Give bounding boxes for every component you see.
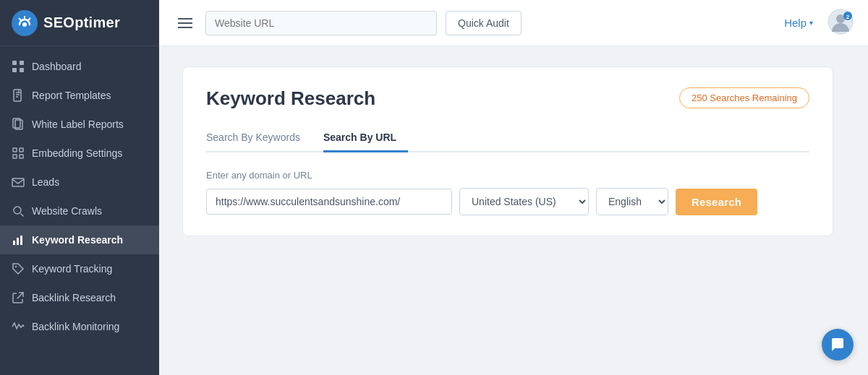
search-form: Enter any domain or URL United States (U… — [206, 170, 809, 215]
sidebar-item-label: White Label Reports — [32, 118, 124, 130]
domain-url-input[interactable] — [206, 189, 452, 215]
searches-remaining-badge: 250 Searches Remaining — [679, 87, 809, 108]
file-icon — [12, 89, 25, 102]
svg-rect-10 — [20, 148, 23, 152]
sidebar-item-label: Keyword Research — [32, 234, 123, 246]
sidebar-item-label: Keyword Tracking — [32, 263, 112, 275]
svg-rect-13 — [12, 178, 24, 186]
external-link-icon — [12, 291, 25, 304]
sidebar-item-leads[interactable]: Leads — [0, 168, 159, 197]
logo-icon — [12, 10, 38, 36]
language-select[interactable]: English Spanish French German — [596, 188, 668, 215]
svg-point-18 — [15, 266, 17, 267]
website-url-input[interactable] — [205, 11, 437, 35]
sidebar-item-white-label-reports[interactable]: White Label Reports — [0, 110, 159, 139]
envelope-icon — [12, 176, 25, 189]
user-avatar-button[interactable]: 2 — [827, 9, 854, 37]
tab-search-by-keywords[interactable]: Search By Keywords — [206, 124, 312, 152]
quick-audit-button[interactable]: Quick Audit — [446, 11, 522, 35]
sidebar-item-backlink-monitoring[interactable]: Backlink Monitoring — [0, 312, 159, 341]
page-header: Keyword Research 250 Searches Remaining — [206, 87, 809, 110]
svg-rect-12 — [20, 155, 23, 158]
sidebar-item-label: Backlink Monitoring — [32, 321, 119, 332]
sidebar-item-embedding-settings[interactable]: Embedding Settings — [0, 139, 159, 168]
sidebar-item-keyword-tracking[interactable]: Keyword Tracking — [0, 254, 159, 283]
sidebar-item-report-templates[interactable]: Report Templates — [0, 81, 159, 110]
activity-icon — [12, 320, 25, 333]
page-title: Keyword Research — [206, 87, 375, 110]
sidebar-item-label: Report Templates — [32, 90, 111, 101]
copy-icon — [12, 118, 25, 131]
sidebar-item-label: Website Crawls — [32, 205, 102, 217]
url-input-wrapper — [205, 11, 437, 35]
content-card: Keyword Research 250 Searches Remaining … — [182, 66, 833, 236]
country-select[interactable]: United States (US) United Kingdom (UK) A… — [459, 188, 589, 215]
grid-alt-icon — [12, 147, 25, 160]
sidebar-item-label: Leads — [32, 176, 59, 188]
svg-rect-6 — [14, 90, 21, 101]
svg-text:2: 2 — [846, 14, 850, 20]
search-label: Enter any domain or URL — [206, 170, 809, 181]
sidebar-item-label: Embedding Settings — [32, 147, 122, 159]
svg-rect-16 — [17, 238, 19, 245]
sidebar: SEOptimer Dashboard Report Templates Whi… — [0, 0, 159, 375]
svg-point-1 — [22, 22, 27, 27]
sidebar-item-label: Backlink Research — [32, 292, 116, 303]
svg-rect-3 — [20, 61, 24, 65]
sidebar-item-keyword-research[interactable]: Keyword Research — [0, 225, 159, 254]
bar-chart-icon — [12, 233, 25, 246]
search-circle-icon — [12, 204, 25, 217]
svg-rect-17 — [20, 236, 22, 245]
svg-point-14 — [14, 207, 21, 214]
svg-rect-11 — [13, 155, 17, 158]
svg-rect-9 — [13, 148, 17, 152]
main-area: Quick Audit Help ▾ 2 Keyword Research 25… — [159, 0, 868, 375]
svg-rect-4 — [12, 68, 17, 72]
sidebar-item-backlink-research[interactable]: Backlink Research — [0, 283, 159, 312]
search-row: United States (US) United Kingdom (UK) A… — [206, 188, 809, 215]
grid-icon — [12, 60, 25, 73]
sidebar-item-label: Dashboard — [32, 61, 82, 72]
sidebar-item-dashboard[interactable]: Dashboard — [0, 52, 159, 81]
tab-search-by-url[interactable]: Search By URL — [323, 124, 408, 152]
logo-text: SEOptimer — [43, 14, 120, 31]
sidebar-item-website-crawls[interactable]: Website Crawls — [0, 197, 159, 225]
help-chevron-icon: ▾ — [809, 19, 813, 27]
help-button[interactable]: Help ▾ — [784, 17, 813, 29]
svg-rect-15 — [13, 241, 15, 245]
topbar: Quick Audit Help ▾ 2 — [159, 0, 868, 46]
chat-icon — [830, 337, 846, 353]
tag-icon — [12, 262, 25, 275]
svg-rect-5 — [20, 68, 24, 72]
chat-button[interactable] — [822, 329, 854, 361]
user-avatar-icon: 2 — [827, 9, 854, 35]
logo[interactable]: SEOptimer — [0, 0, 159, 46]
research-button[interactable]: Research — [676, 189, 757, 215]
content-area: Keyword Research 250 Searches Remaining … — [159, 46, 868, 375]
tabs: Search By Keywords Search By URL — [206, 124, 809, 152]
hamburger-button[interactable] — [174, 13, 197, 33]
sidebar-nav: Dashboard Report Templates White Label R… — [0, 46, 159, 375]
svg-rect-2 — [12, 61, 17, 65]
